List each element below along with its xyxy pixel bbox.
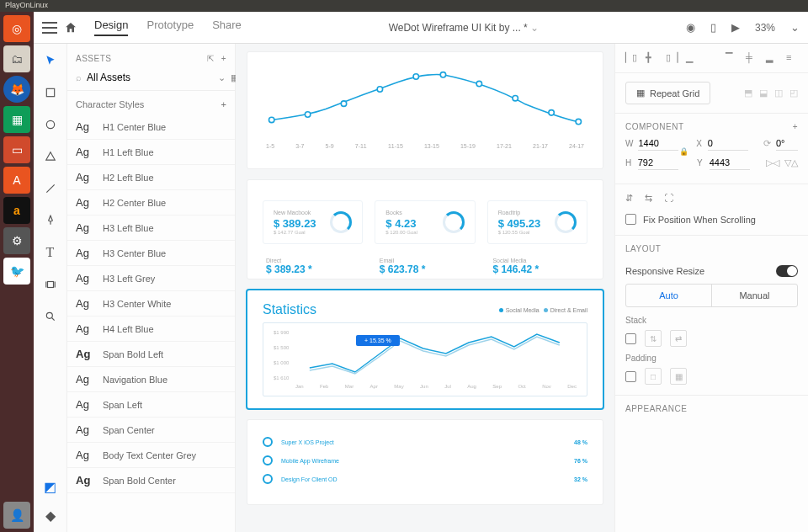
- char-style-item[interactable]: AgSpan Left: [67, 392, 235, 418]
- firefox-icon[interactable]: 🦊: [3, 76, 30, 103]
- x-input[interactable]: [708, 136, 748, 151]
- seg-manual[interactable]: Manual: [711, 285, 797, 306]
- polygon-tool[interactable]: [42, 148, 59, 165]
- stat-card[interactable]: Roadtrip$ 495.23$ 120.55 Goal: [487, 200, 587, 244]
- add-boolean-icon[interactable]: ⬒: [744, 88, 752, 98]
- settings-icon[interactable]: ⚙: [3, 227, 30, 254]
- zoom-level[interactable]: 33%: [755, 22, 775, 34]
- padding-each-icon[interactable]: ▦: [670, 368, 687, 385]
- slides-icon[interactable]: ▭: [3, 136, 30, 163]
- progress-row[interactable]: Design For Client OD32 %: [263, 474, 587, 484]
- tab-share[interactable]: Share: [212, 19, 242, 36]
- tab-design[interactable]: Design: [94, 19, 128, 36]
- char-style-item[interactable]: AgH3 Center White: [67, 291, 235, 317]
- char-style-item[interactable]: AgH4 Left Blue: [67, 317, 235, 342]
- char-style-item[interactable]: AgBody Text Center Grey: [67, 443, 235, 468]
- home-icon[interactable]: [64, 21, 77, 35]
- scroll-both-icon[interactable]: ⛶: [664, 193, 673, 204]
- device-icon[interactable]: ▯: [710, 21, 716, 34]
- artboard-cards[interactable]: New Macbook$ 389.23$ 142.77 GoalBooks$ 4…: [247, 180, 603, 279]
- char-style-item[interactable]: AgNavigation Blue: [67, 367, 235, 392]
- add-icon[interactable]: +: [221, 54, 226, 63]
- char-style-item[interactable]: AgSpan Bold Center: [67, 468, 235, 493]
- svg-point-17: [576, 119, 581, 124]
- char-style-item[interactable]: AgH3 Left Grey: [67, 266, 235, 291]
- canvas[interactable]: 1-53-75-97-1111-1513-1515-1917-2121-1724…: [236, 44, 614, 532]
- artboard-statistics[interactable]: Statistics Social Media Direct & Email +…: [247, 290, 603, 408]
- flip-h-icon[interactable]: ▷◁: [766, 157, 779, 168]
- progress-row[interactable]: Mobile App Wireframe76 %: [263, 455, 587, 466]
- distribute-icon[interactable]: ≡: [786, 52, 798, 64]
- add-icon[interactable]: +: [793, 122, 798, 131]
- stat-card[interactable]: Books$ 4.23$ 120.00 Goal: [375, 200, 475, 244]
- link-icon[interactable]: ⇱: [207, 54, 215, 63]
- repeat-grid-button[interactable]: ▦ Repeat Grid: [625, 82, 710, 104]
- width-input[interactable]: [638, 136, 678, 151]
- rectangle-tool[interactable]: [42, 84, 59, 101]
- profile-icon[interactable]: ◉: [686, 21, 695, 34]
- exclude-boolean-icon[interactable]: ◰: [789, 88, 798, 98]
- text-tool[interactable]: T: [42, 244, 59, 261]
- sheets-icon[interactable]: ▦: [3, 106, 30, 133]
- align-hcenter-icon[interactable]: ╋: [646, 52, 657, 64]
- subtract-boolean-icon[interactable]: ⬓: [759, 88, 768, 98]
- play-icon[interactable]: ▶: [731, 21, 740, 34]
- stack-checkbox[interactable]: [625, 333, 636, 344]
- ag-sample: Ag: [76, 474, 94, 487]
- stack-h-icon[interactable]: ⇄: [670, 330, 687, 347]
- software-icon[interactable]: A: [3, 167, 30, 194]
- scroll-h-icon[interactable]: ⇆: [645, 193, 652, 204]
- char-style-item[interactable]: AgSpan Bold Left: [67, 342, 235, 367]
- seg-auto[interactable]: Auto: [626, 285, 711, 306]
- height-input[interactable]: [638, 156, 678, 170]
- char-style-item[interactable]: AgH1 Center Blue: [67, 114, 235, 140]
- padding-checkbox[interactable]: [625, 371, 636, 382]
- char-style-item[interactable]: AgH3 Center Blue: [67, 241, 235, 266]
- align-top-icon[interactable]: ▔: [726, 52, 737, 64]
- chevron-down-icon[interactable]: ⌄: [790, 21, 800, 34]
- char-style-item[interactable]: AgH2 Center Blue: [67, 190, 235, 215]
- padding-same-icon[interactable]: □: [645, 368, 662, 385]
- select-tool[interactable]: [42, 52, 59, 69]
- amazon-icon[interactable]: a: [3, 197, 30, 224]
- responsive-toggle[interactable]: [776, 265, 798, 277]
- char-style-item[interactable]: AgH2 Left Blue: [67, 165, 235, 190]
- assets-search-input[interactable]: [87, 72, 213, 83]
- pen-tool[interactable]: [42, 212, 59, 229]
- doc-title[interactable]: WeDot Wireframe UI Kit by ... * ⌄: [248, 22, 679, 34]
- align-vbottom-icon[interactable]: ▂: [766, 52, 778, 64]
- zoom-tool[interactable]: [42, 308, 59, 325]
- files-icon[interactable]: 🗂: [3, 45, 30, 72]
- assets-icon[interactable]: ◩: [42, 478, 59, 495]
- rotation-input[interactable]: [776, 136, 798, 151]
- align-left-icon[interactable]: ▏▯: [625, 52, 637, 64]
- artboard-tool[interactable]: [42, 276, 59, 293]
- user-icon[interactable]: 👤: [3, 502, 30, 529]
- app-icon[interactable]: 🐦: [3, 258, 30, 285]
- progress-row[interactable]: Super X iOS Project48 %: [263, 437, 587, 447]
- tab-prototype[interactable]: Prototype: [146, 19, 194, 36]
- stat-card[interactable]: New Macbook$ 389.23$ 142.77 Goal: [263, 200, 363, 244]
- layers-icon[interactable]: ◆: [42, 507, 59, 524]
- y-input[interactable]: [710, 156, 750, 170]
- dash-icon[interactable]: ◎: [3, 15, 30, 42]
- flip-v-icon[interactable]: ▽△: [784, 157, 798, 168]
- align-bottom-icon[interactable]: ▁: [686, 52, 698, 64]
- chevron-down-icon[interactable]: ⌄: [218, 72, 226, 83]
- char-style-item[interactable]: AgH3 Left Blue: [67, 215, 235, 241]
- menu-icon[interactable]: [42, 22, 57, 34]
- lock-icon[interactable]: 🔒: [679, 147, 688, 156]
- char-style-item[interactable]: AgSpan Center: [67, 418, 235, 443]
- stack-v-icon[interactable]: ⇅: [645, 330, 662, 347]
- artboard-curve[interactable]: 1-53-75-97-1111-1513-1515-1917-2121-1724…: [247, 52, 603, 168]
- artboard-progress[interactable]: Super X iOS Project48 %Mobile App Wirefr…: [247, 420, 603, 504]
- line-tool[interactable]: [42, 180, 59, 197]
- char-style-item[interactable]: AgH1 Left Blue: [67, 140, 235, 165]
- ellipse-tool[interactable]: [42, 116, 59, 133]
- intersect-boolean-icon[interactable]: ◫: [774, 88, 783, 98]
- align-right-icon[interactable]: ▯▕: [666, 52, 678, 64]
- add-icon[interactable]: +: [221, 99, 226, 109]
- fix-position-checkbox[interactable]: [625, 214, 636, 225]
- scroll-v-icon[interactable]: ⇵: [625, 193, 633, 204]
- align-vcenter-icon[interactable]: ╪: [746, 52, 758, 64]
